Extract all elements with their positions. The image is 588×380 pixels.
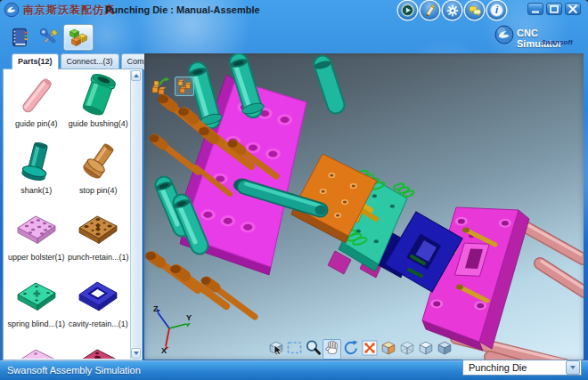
gear-icon <box>445 4 460 18</box>
part-label: guide pin(4) <box>15 119 58 128</box>
dropdown-arrow-button[interactable] <box>566 360 580 375</box>
status-text: Swansoft Assembly Simulation <box>7 365 141 376</box>
part-label: cavity-retain...(1) <box>69 319 128 328</box>
info-icon: i <box>489 3 504 18</box>
parts-panel: Parts(12) Connect...(3) Compon...(0) gui… <box>3 53 143 360</box>
part-item-lower-bolster-pink[interactable] <box>5 338 68 359</box>
viewport-3d[interactable]: Z Y X <box>144 53 584 360</box>
pen-icon <box>423 4 437 17</box>
document-title: Punching Die : Manual-Assemble <box>105 4 260 15</box>
part-label: stop pin(4) <box>79 186 118 195</box>
part-item-shank-1[interactable]: shank(1) <box>5 138 68 205</box>
upper-bolster-icon <box>14 207 59 252</box>
tab-connect[interactable]: Connect...(3) <box>61 53 119 69</box>
tab-parts[interactable]: Parts(12) <box>12 53 59 69</box>
part-item-upper-bolster-1[interactable]: upper bolster(1) <box>5 205 68 271</box>
triangle-down-icon <box>134 352 139 355</box>
part-item-guide-bushing-4[interactable]: guide bushing(4) <box>68 71 130 138</box>
scroll-up-button[interactable] <box>131 70 141 81</box>
part-label: guide bushing(4) <box>69 119 128 128</box>
axis-y-label: Y <box>186 313 192 322</box>
stop-pin-icon <box>76 141 120 185</box>
part-item-die-plate-crimson[interactable] <box>68 338 130 359</box>
guide-bushing-icon <box>76 74 120 118</box>
triangle-up-icon <box>134 74 139 77</box>
wireframe-view-button[interactable] <box>397 339 416 360</box>
app-logo-swan-icon <box>4 2 20 18</box>
assembly-view-button[interactable] <box>175 77 194 96</box>
maximize-button[interactable] <box>546 3 562 15</box>
die-plate-crimson-icon <box>76 341 120 359</box>
zoom-window-icon <box>286 339 304 360</box>
part-item-guide-pin-4[interactable]: guide pin(4) <box>5 71 68 138</box>
minimize-icon <box>529 4 542 14</box>
part-item-punch-retain-1[interactable]: punch-retain...(1) <box>68 205 130 271</box>
scroll-down-button[interactable] <box>131 348 141 359</box>
close-button[interactable] <box>565 3 581 15</box>
tools-button[interactable] <box>37 24 61 51</box>
play-button[interactable] <box>398 1 417 20</box>
app-window: 南京斯沃装配仿真 Punching Die : Manual-Assemble <box>0 0 588 380</box>
assembly-button[interactable] <box>63 24 94 51</box>
solid-view-button[interactable] <box>416 339 435 360</box>
app-name-chinese: 南京斯沃装配仿真 <box>23 3 116 18</box>
library-book-icon <box>9 26 30 49</box>
viewport-overlay-buttons <box>151 77 194 96</box>
brand-subtitle: Swansoft <box>541 38 573 46</box>
rotate-icon <box>342 339 360 360</box>
fit-icon <box>361 339 379 360</box>
part-label: punch-retain...(1) <box>68 253 129 262</box>
model-selector-dropdown[interactable]: Punching Die <box>462 360 582 376</box>
assembly-blocks-icon <box>67 26 91 49</box>
brand-block: CNC Simulator Swansoft <box>494 24 584 49</box>
zoom-icon <box>305 339 323 360</box>
part-item-spring-blind-1[interactable]: spring blind...(1) <box>5 271 68 338</box>
explode-icon <box>151 77 170 96</box>
guide-bushing-behind-3d[interactable] <box>314 60 336 105</box>
pan-button[interactable] <box>323 339 341 360</box>
punch-retainer-icon <box>76 207 120 252</box>
select-icon <box>267 339 285 360</box>
zoom-button[interactable] <box>304 339 323 360</box>
assembly-box-icon <box>176 77 193 95</box>
view-toolbar <box>266 339 453 360</box>
titlebar: 南京斯沃装配仿真 Punching Die : Manual-Assemble <box>0 0 588 20</box>
minimize-button[interactable] <box>527 3 543 15</box>
render-mode-button[interactable] <box>379 339 397 360</box>
spring-blind-icon <box>14 274 59 319</box>
axis-z-label: Z <box>153 304 159 313</box>
info-button[interactable]: i <box>487 1 506 20</box>
solid-view-icon <box>417 339 435 360</box>
window-controls <box>527 3 581 15</box>
shaded-view-button[interactable] <box>435 339 453 360</box>
close-icon <box>567 4 579 14</box>
axis-triad: Z Y X <box>151 304 192 354</box>
zoom-window-button[interactable] <box>285 339 304 360</box>
assembly-scene[interactable] <box>144 53 584 360</box>
axis-x-label: X <box>161 346 167 354</box>
chat-button[interactable] <box>465 1 484 20</box>
chevron-down-icon <box>570 366 576 369</box>
titlebar-round-buttons: i <box>398 1 506 20</box>
rotate-button[interactable] <box>341 339 360 360</box>
library-button[interactable] <box>7 24 32 51</box>
lower-bolster-pink-icon <box>14 341 59 359</box>
wireframe-view-icon <box>398 339 416 360</box>
cavity-retainer-icon <box>76 274 120 319</box>
shank-icon <box>14 141 59 185</box>
guide-pin-icon <box>14 74 59 118</box>
settings-button[interactable] <box>443 1 461 20</box>
select-button[interactable] <box>266 339 285 360</box>
render-mode-icon <box>380 339 397 360</box>
part-label: upper bolster(1) <box>8 253 65 262</box>
pen-button[interactable] <box>421 1 439 20</box>
fit-button[interactable] <box>360 339 379 360</box>
part-item-stop-pin-4[interactable]: stop pin(4) <box>68 138 130 205</box>
explode-view-button[interactable] <box>151 77 170 96</box>
play-icon <box>400 3 415 18</box>
part-label: shank(1) <box>20 186 52 195</box>
pan-icon <box>323 339 341 360</box>
part-label: spring blind...(1) <box>7 319 65 328</box>
part-item-cavity-retain-1[interactable]: cavity-retain...(1) <box>68 271 130 338</box>
parts-scrollbar[interactable] <box>130 70 141 359</box>
